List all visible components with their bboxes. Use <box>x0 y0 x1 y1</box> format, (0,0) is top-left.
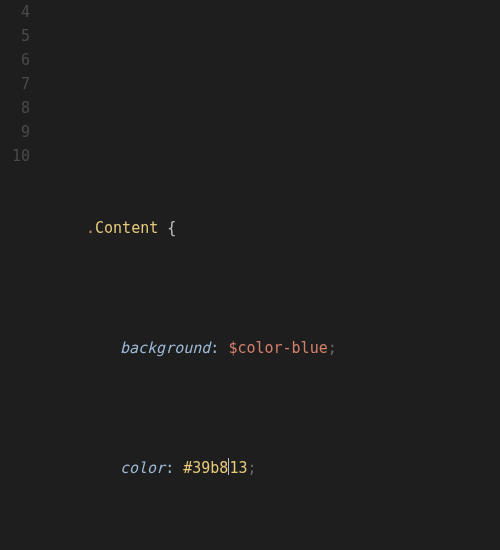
code-editor[interactable]: 4 5 6 7 8 9 10 .Content { background: $c… <box>0 0 500 550</box>
line-number: 7 <box>0 72 46 96</box>
selector-name: Content <box>95 219 158 237</box>
line-number: 6 <box>0 48 46 72</box>
code-line[interactable]: color: #39b813; <box>86 456 500 480</box>
line-number: 9 <box>0 120 46 144</box>
line-number-gutter: 4 5 6 7 8 9 10 <box>0 0 46 550</box>
selector-dot: . <box>86 219 95 237</box>
code-line[interactable] <box>86 96 500 120</box>
semicolon: ; <box>247 459 256 477</box>
hex-part-b: 13 <box>229 459 247 477</box>
css-value: #39b813 <box>183 459 247 477</box>
colon: : <box>210 339 219 357</box>
css-property: color <box>120 459 165 477</box>
line-number: 8 <box>0 96 46 120</box>
hex-part-a: #39b8 <box>183 459 228 477</box>
code-area[interactable]: .Content { background: $color-blue; colo… <box>46 0 500 550</box>
line-number: 10 <box>0 144 46 168</box>
colon: : <box>165 459 174 477</box>
semicolon: ; <box>328 339 337 357</box>
code-line[interactable]: background: $color-blue; <box>86 336 500 360</box>
code-line[interactable]: .Content { <box>86 216 500 240</box>
css-value: $color-blue <box>228 339 327 357</box>
css-selector: .Content <box>86 219 158 237</box>
css-property: background <box>120 339 210 357</box>
brace-open: { <box>167 219 176 237</box>
line-number: 4 <box>0 0 46 24</box>
line-number: 5 <box>0 24 46 48</box>
